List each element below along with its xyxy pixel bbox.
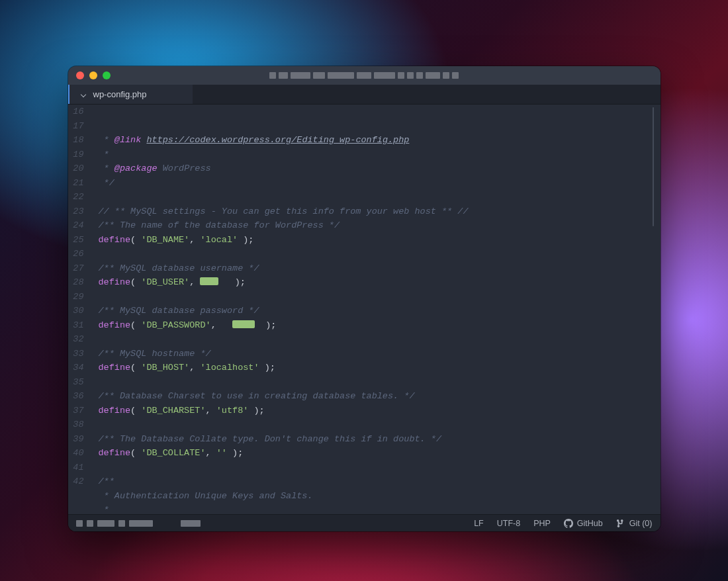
status-git[interactable]: Git (0) — [616, 519, 653, 528]
tab-bar: wp-config.php — [68, 85, 660, 105]
status-language[interactable]: PHP — [533, 519, 551, 528]
title-text-blurred — [269, 72, 459, 79]
traffic-lights — [76, 71, 111, 79]
chevron-down-icon — [80, 91, 85, 97]
status-github[interactable]: GitHub — [564, 519, 603, 528]
editor-window: wp-config.php 16171819202122232425262728… — [68, 66, 660, 531]
status-left-blurred — [76, 520, 201, 527]
status-encoding[interactable]: UTF-8 — [497, 519, 520, 528]
git-branch-icon — [616, 519, 625, 528]
tab-wp-config[interactable]: wp-config.php — [68, 85, 193, 104]
titlebar[interactable] — [68, 66, 660, 85]
redacted-db-user — [200, 277, 218, 285]
close-window-button[interactable] — [76, 71, 84, 79]
github-icon — [564, 519, 573, 528]
code-content[interactable]: * @link https://codex.wordpress.org/Edit… — [91, 105, 660, 514]
line-number-gutter: 1617181920212223242526272829303132333435… — [68, 105, 91, 514]
tab-label: wp-config.php — [93, 89, 147, 99]
status-line-ending[interactable]: LF — [474, 519, 484, 528]
editor-area[interactable]: 1617181920212223242526272829303132333435… — [68, 105, 660, 514]
minimize-window-button[interactable] — [89, 71, 97, 79]
status-bar: LF UTF-8 PHP GitHub Git (0) — [68, 514, 660, 531]
redacted-db-password — [232, 320, 255, 328]
scrollbar-minimap[interactable] — [653, 107, 654, 226]
maximize-window-button[interactable] — [103, 71, 111, 79]
